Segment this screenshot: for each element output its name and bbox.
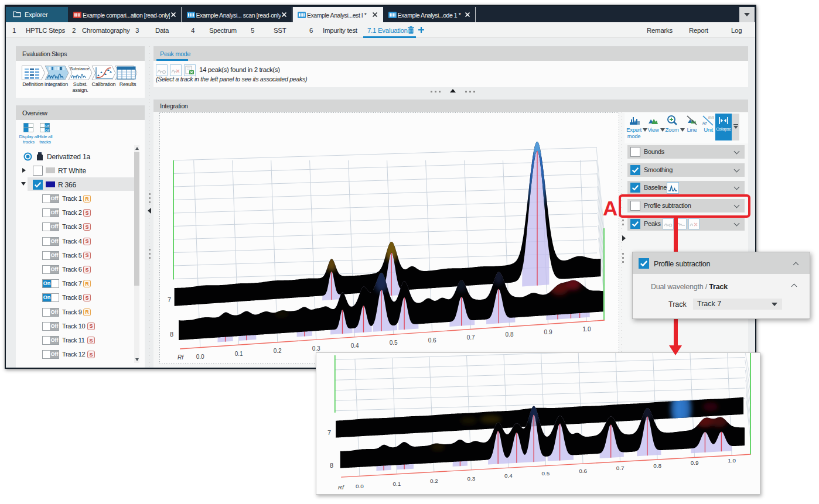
svg-text:mm: mm: [708, 115, 714, 119]
svg-text:0.7: 0.7: [467, 334, 475, 341]
svg-text:7: 7: [327, 429, 331, 436]
svg-text:0.1: 0.1: [393, 481, 401, 487]
svg-text:0.0: 0.0: [196, 354, 204, 360]
svg-text:0.6: 0.6: [428, 337, 436, 344]
svg-text:0.6: 0.6: [579, 468, 587, 474]
svg-text:Rf: Rf: [702, 121, 707, 125]
svg-text:Off: Off: [45, 129, 50, 132]
svg-text:0.5: 0.5: [390, 340, 398, 346]
svg-text:0.2: 0.2: [274, 348, 282, 354]
svg-text:1.0: 1.0: [583, 326, 591, 332]
svg-text:8: 8: [330, 462, 333, 469]
svg-text:0.3: 0.3: [312, 345, 320, 352]
svg-text:0.0: 0.0: [356, 483, 364, 489]
svg-text:0.2: 0.2: [430, 478, 438, 484]
svg-text:Off: Off: [45, 124, 50, 128]
svg-text:0.8: 0.8: [506, 331, 514, 338]
svg-text:8: 8: [170, 331, 173, 338]
svg-text:0.5: 0.5: [542, 470, 550, 476]
svg-text:0.9: 0.9: [691, 460, 699, 466]
svg-text:1.0: 1.0: [728, 457, 736, 464]
svg-text:0.1: 0.1: [235, 351, 243, 357]
svg-text:0.4: 0.4: [504, 472, 513, 479]
svg-text:Substance: Substance: [70, 67, 89, 71]
svg-text:7: 7: [168, 296, 171, 303]
svg-text:0.4: 0.4: [351, 342, 359, 349]
svg-text:0.3: 0.3: [467, 475, 476, 482]
svg-text:0.7: 0.7: [616, 465, 625, 471]
svg-text:0.8: 0.8: [653, 462, 661, 469]
svg-text:0.9: 0.9: [544, 329, 552, 335]
svg-text:Rf: Rf: [338, 484, 344, 491]
svg-text:Rf: Rf: [178, 354, 184, 361]
